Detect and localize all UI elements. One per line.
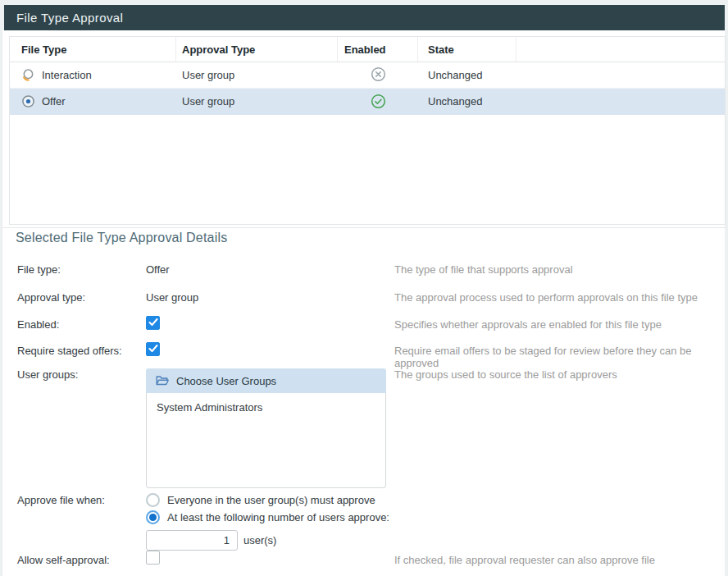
- details-heading: Selected File Type Approval Details: [16, 231, 227, 245]
- column-header-approval-type[interactable]: Approval Type: [176, 37, 338, 62]
- section-divider: [2, 227, 726, 228]
- field-row-require-staged-offers: Require staged offers: Require email off…: [17, 343, 721, 369]
- at-least-radio[interactable]: [146, 510, 160, 524]
- user-groups-description: The groups used to source the list of ap…: [394, 368, 721, 381]
- interaction-icon: [21, 68, 35, 82]
- file-type-cell: Interaction: [42, 69, 92, 81]
- main-content: File Type Approval Type Enabled State In…: [2, 30, 725, 576]
- field-row-enabled: Enabled: Specifies whether approvals are…: [17, 317, 721, 331]
- approval-type-label: Approval type:: [17, 291, 146, 304]
- user-groups-list[interactable]: System Administrators: [146, 393, 386, 488]
- state-cell: Unchanged: [428, 95, 483, 107]
- state-cell: Unchanged: [428, 69, 483, 81]
- field-row-user-groups: User groups: Choose User Groups System A…: [17, 368, 721, 488]
- enabled-description: Specifies whether approvals are enabled …: [394, 317, 721, 331]
- require-staged-offers-description: Require email offers to be staged for re…: [394, 343, 721, 369]
- file-type-value: Offer: [146, 263, 394, 276]
- everyone-radio[interactable]: [146, 493, 160, 507]
- require-staged-offers-checkbox[interactable]: [146, 342, 160, 356]
- choose-user-groups-button[interactable]: Choose User Groups: [146, 368, 386, 393]
- field-row-approval-type: Approval type: User group The approval p…: [17, 291, 721, 304]
- file-type-label: File type:: [17, 263, 146, 276]
- enabled-check-icon: [371, 94, 386, 109]
- panel-titlebar: File Type Approval: [4, 5, 725, 30]
- file-type-approval-table: File Type Approval Type Enabled State In…: [9, 36, 726, 225]
- approver-count-input[interactable]: [146, 530, 238, 551]
- field-row-approve-file-when: Approve file when: Everyone in the user …: [17, 491, 721, 551]
- choose-user-groups-label: Choose User Groups: [176, 375, 276, 387]
- file-type-description: The type of file that supports approval: [394, 263, 721, 276]
- allow-self-approval-label: Allow self-approval:: [17, 552, 146, 566]
- table-row[interactable]: Interaction User group Unchanged: [10, 62, 725, 89]
- radio-option-at-least[interactable]: At least the following number of users a…: [146, 509, 721, 526]
- enabled-checkbox[interactable]: [146, 316, 160, 330]
- disabled-cross-icon: [371, 66, 386, 85]
- column-header-enabled[interactable]: Enabled: [338, 37, 418, 62]
- table-header-row: File Type Approval Type Enabled State: [10, 37, 725, 62]
- user-groups-label: User groups:: [17, 368, 146, 381]
- approve-file-when-label: Approve file when:: [17, 491, 146, 506]
- field-row-file-type: File type: Offer The type of file that s…: [17, 263, 721, 276]
- table-row[interactable]: Offer User group Unchanged: [10, 89, 725, 115]
- panel-title: File Type Approval: [16, 11, 123, 25]
- everyone-radio-label: Everyone in the user group(s) must appro…: [167, 494, 375, 506]
- column-header-empty: [516, 37, 725, 62]
- radio-option-everyone[interactable]: Everyone in the user group(s) must appro…: [146, 491, 721, 509]
- user-group-list-item[interactable]: System Administrators: [147, 393, 385, 414]
- enabled-cell: [338, 62, 418, 88]
- allow-self-approval-description: If checked, file approval requester can …: [394, 552, 721, 566]
- approval-type-value: User group: [146, 291, 394, 304]
- file-type-cell: Offer: [42, 95, 66, 107]
- approval-type-cell: User group: [182, 95, 234, 107]
- require-staged-offers-label: Require staged offers:: [17, 343, 146, 357]
- column-header-state[interactable]: State: [418, 37, 516, 62]
- approval-type-cell: User group: [182, 69, 234, 81]
- column-header-file-type[interactable]: File Type: [10, 37, 176, 62]
- approver-count-suffix: user(s): [243, 534, 276, 546]
- enabled-cell: [338, 89, 418, 114]
- open-folder-icon: [156, 375, 169, 386]
- offer-icon: [21, 94, 35, 108]
- field-row-allow-self-approval: Allow self-approval: If checked, file ap…: [17, 552, 721, 567]
- at-least-radio-label: At least the following number of users a…: [167, 511, 389, 523]
- approval-type-description: The approval process used to perform app…: [394, 291, 721, 304]
- allow-self-approval-checkbox[interactable]: [146, 551, 160, 565]
- enabled-label: Enabled:: [17, 317, 146, 331]
